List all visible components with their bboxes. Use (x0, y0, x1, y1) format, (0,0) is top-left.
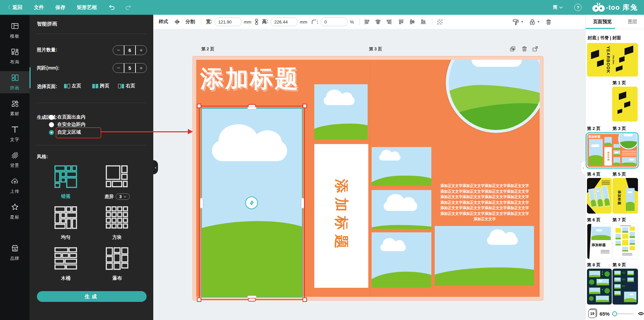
photo-count-stepper[interactable]: − 6 + (113, 45, 147, 55)
undo-icon[interactable] (108, 4, 116, 11)
preview-eye-icon[interactable] (638, 310, 644, 317)
tab-page-preview[interactable]: 页面预览 (593, 19, 612, 25)
style-option-difference[interactable]: 差异 3 (97, 165, 137, 200)
align-top-icon[interactable] (398, 19, 404, 25)
duplicate-page-icon[interactable] (509, 46, 516, 52)
sidebar-item-star[interactable]: 星标 (0, 200, 30, 223)
format-painter-icon[interactable] (513, 18, 519, 25)
minus-button[interactable]: − (113, 63, 124, 73)
sidebar-item-collage[interactable]: 拼画 (0, 71, 30, 93)
zoom-slider[interactable] (613, 313, 634, 314)
sidebar-item-text[interactable]: 文字 (0, 123, 30, 145)
save-button[interactable]: 保存 (55, 4, 65, 11)
thumbnail-page9[interactable] (612, 269, 638, 305)
tab-layers[interactable]: 图层 (628, 19, 637, 25)
thumbnail-page8[interactable] (587, 269, 612, 305)
swap-photo-button[interactable]: ⇄ (245, 196, 258, 209)
flip-icon[interactable] (174, 19, 180, 25)
style-option-even[interactable]: 均匀 (46, 206, 86, 240)
canvas-area[interactable]: 第 2 页 第 3 页 添加标题 添加标题 (153, 29, 585, 320)
style-option-staggered[interactable]: 错落 (46, 165, 86, 199)
thumbnail-page4[interactable] (587, 178, 612, 214)
page-count-badge[interactable]: 19 (588, 310, 596, 318)
align-center-vertical-icon[interactable] (410, 19, 415, 25)
lock-icon[interactable] (529, 18, 536, 25)
delete-icon[interactable] (545, 19, 552, 25)
style-option-waterfall[interactable]: 瀑布 (97, 247, 137, 281)
sidebar-item-upload[interactable]: 上传 (0, 175, 30, 197)
even-style-icon (54, 206, 77, 229)
spread-title-text[interactable]: 添加标题 (200, 64, 300, 93)
mini-landscape (589, 139, 603, 166)
delete-page-icon[interactable] (521, 46, 528, 52)
help-icon[interactable]: ? (574, 4, 582, 11)
align-center-horizontal-icon[interactable] (375, 19, 381, 25)
sidebar-item-assets[interactable]: 素材 (0, 97, 30, 119)
landscape-photo[interactable] (372, 232, 431, 288)
language-selector[interactable]: 简 (553, 4, 563, 10)
selection-handle-bottom-mid[interactable] (247, 295, 257, 298)
align-bottom-icon[interactable] (421, 19, 426, 25)
region-option-safe[interactable]: 在安全边距内 (49, 122, 86, 128)
landscape-photo[interactable] (314, 84, 368, 140)
thumbnail-page7[interactable] (612, 224, 638, 259)
file-menu[interactable]: 文件 (34, 4, 44, 11)
region-handle-bottom-left[interactable] (197, 298, 201, 302)
split-button[interactable]: 分割 (185, 19, 195, 25)
zoom-slider-knob[interactable] (612, 311, 617, 316)
sidebar-item-template[interactable]: 模板 (0, 19, 30, 42)
selection-handle-right-mid[interactable] (301, 198, 304, 209)
back-button[interactable]: 〈返回 (5, 4, 22, 11)
selection-handle-top-mid[interactable] (247, 107, 257, 109)
region-handle-top-left[interactable] (197, 104, 201, 108)
region-handle-bottom-right[interactable] (303, 298, 307, 302)
sidebar-item-layout[interactable]: 布局 (0, 45, 30, 67)
gap-stepper[interactable]: − 5 + (113, 63, 147, 73)
align-left-icon[interactable] (364, 19, 370, 25)
circle-landscape-photo[interactable] (446, 60, 540, 133)
thumbnail-page6[interactable]: 添加标题 (587, 224, 612, 259)
collapse-right-panel-button[interactable]: › (581, 160, 586, 175)
style-menu-button[interactable]: 样式 (159, 19, 168, 25)
thumbnail-page5[interactable]: 添加标题 (612, 178, 638, 214)
generate-button[interactable]: 生成 (37, 291, 147, 302)
region-handle-bottom-mid[interactable] (248, 298, 256, 302)
height-input[interactable]: 226.44 (271, 17, 298, 26)
width-input[interactable]: 121.90 (215, 17, 241, 26)
thumbnail-cover[interactable]: YEARBOOK 20xx-20xx (587, 43, 638, 77)
page-option-left[interactable]: 左页 (64, 83, 81, 89)
art-frame-menu[interactable]: 矩形艺框 (77, 4, 97, 11)
corner-radius-input[interactable]: 0 (321, 17, 347, 26)
link-dimensions-icon[interactable] (254, 18, 259, 25)
swap-arrows-icon: ⇄ (248, 199, 255, 207)
style-option-blocks[interactable]: 方块 (97, 206, 137, 240)
transparency-icon[interactable] (437, 19, 443, 25)
redo-icon[interactable] (124, 4, 132, 11)
sidebar-item-background[interactable]: 背景 (0, 149, 30, 171)
minus-button[interactable]: − (113, 46, 124, 55)
sidebar-item-brand[interactable]: 品牌 (0, 242, 30, 264)
plus-button[interactable]: + (136, 46, 147, 55)
plus-button[interactable]: + (136, 63, 147, 73)
panel-scrollbar[interactable] (30, 67, 31, 88)
export-page-icon[interactable] (532, 46, 539, 52)
body-text-block[interactable]: 添加正文文字添加正文文字添加正文文字添加正文文字 添加正文文字添加正文文字添加正… (436, 183, 533, 222)
chevron-down-icon[interactable]: ▼ (537, 20, 540, 24)
chevron-down-icon[interactable]: ▼ (521, 20, 524, 24)
landscape-photo[interactable] (372, 147, 431, 186)
vertical-title-panel[interactable]: 添加标题 (314, 144, 368, 288)
landscape-photo[interactable] (435, 226, 534, 286)
region-option-bleed[interactable]: 在页面出血内 (49, 114, 86, 120)
landscape-photo[interactable] (372, 190, 431, 229)
selection-handle-left-mid[interactable] (200, 198, 203, 209)
gap-value[interactable]: 5 (124, 63, 136, 73)
page-option-spread[interactable]: 跨页 (92, 83, 109, 89)
style-option-barrel[interactable]: 木桶 (46, 247, 86, 281)
page-option-right[interactable]: 右页 (118, 83, 135, 89)
thumbnail-page1[interactable] (612, 87, 638, 122)
thumbnail-spread-2-3-selected[interactable]: 添加标题 添加标题 (586, 132, 639, 169)
region-handle-top-right[interactable] (303, 104, 307, 108)
difference-count-dropdown[interactable]: 3 (116, 193, 129, 200)
align-right-icon[interactable] (386, 19, 392, 25)
photo-count-value[interactable]: 6 (124, 46, 136, 55)
